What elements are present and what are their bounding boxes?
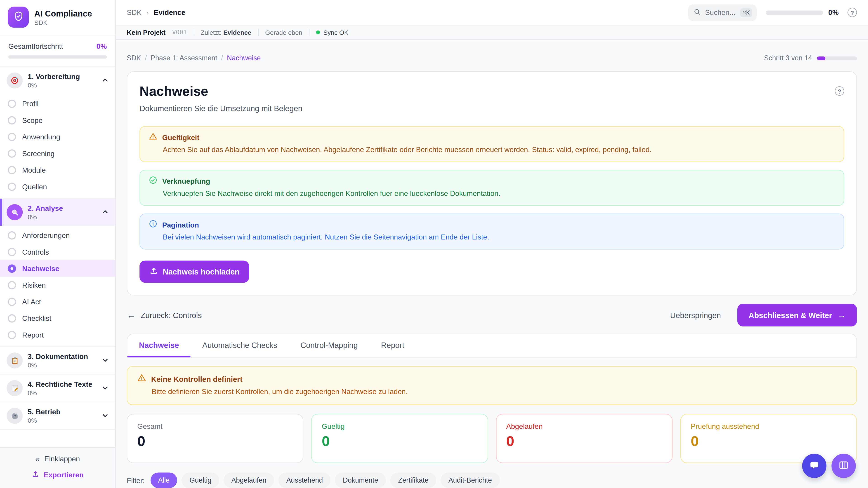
page-title: Nachweise — [140, 83, 844, 99]
search-input[interactable]: Suchen... ⌘K — [688, 4, 757, 21]
back-to-controls-link[interactable]: ← Zurueck: Controls — [127, 310, 202, 320]
phase-label: 2. Analyse — [28, 204, 97, 213]
phase-percent: 0% — [28, 417, 97, 424]
sidebar-item-ai-act[interactable]: AI Act — [0, 293, 115, 310]
infobox-gueltigkeit: Gueltigkeit Achten Sie auf das Ablaufdat… — [140, 126, 844, 162]
stats-row: Gesamt 0 Gueltig 0 Abgelaufen 0 Pruefung… — [127, 414, 857, 463]
stat-card-abgelaufen: Abgelaufen 0 — [496, 414, 673, 463]
topbar: SDK › Evidence Suchen... ⌘K 0% ? — [116, 0, 868, 26]
sidebar-item-anwendung[interactable]: Anwendung — [0, 128, 115, 145]
filter-chip-ausstehend[interactable]: Ausstehend — [278, 473, 331, 488]
breadcrumb-sdk[interactable]: SDK — [127, 54, 141, 62]
step-radio-icon — [8, 248, 16, 256]
phase-1-vorbereitung[interactable]: 1. Vorbereitung 0% — [0, 67, 115, 94]
sidebar-item-screening[interactable]: Screening — [0, 145, 115, 162]
filter-chip-dokumente[interactable]: Dokumente — [335, 473, 386, 488]
sidebar-item-checklist[interactable]: Checklist — [0, 310, 115, 326]
topbar-progress: 0% — [766, 8, 839, 17]
phase-label: 1. Vorbereitung — [28, 72, 97, 81]
filter-chip-audit-berichte[interactable]: Audit-Berichte — [441, 473, 500, 488]
upload-evidence-button[interactable]: Nachweis hochladen — [140, 260, 249, 283]
search-icon — [693, 7, 701, 18]
chevron-up-icon — [102, 207, 108, 217]
arrow-right-icon: → — [837, 311, 846, 320]
page-content: SDK / Phase 1: Assessment / Nachweise Sc… — [116, 40, 868, 488]
phase-percent: 0% — [28, 214, 97, 220]
arrow-left-icon: ← — [127, 310, 135, 320]
tab-nachweise[interactable]: Nachweise — [127, 334, 191, 357]
topbar-progress-bar — [766, 10, 823, 15]
breadcrumb-current: Nachweise — [227, 54, 261, 62]
app-subtitle: SDK — [34, 19, 92, 26]
sidebar-item-module[interactable]: Module — [0, 162, 115, 178]
tab-automatische-checks[interactable]: Automatische Checks — [191, 334, 289, 357]
filter-chip-gueltig[interactable]: Gueltig — [182, 473, 219, 488]
step-radio-icon — [8, 231, 16, 239]
step-radio-icon — [8, 99, 16, 108]
infobox-title: Verknuepfung — [162, 177, 210, 186]
filter-label: Filter: — [127, 476, 145, 484]
sidebar-item-controls[interactable]: Controls — [0, 243, 115, 260]
tab-report[interactable]: Report — [369, 334, 416, 357]
warning-body: Bitte definieren Sie zuerst Kontrollen, … — [152, 387, 846, 397]
phase-4-rechtliche-texte[interactable]: 4. Rechtliche Texte 0% — [0, 375, 115, 402]
last-saved-time: Gerade eben — [265, 29, 302, 36]
topbar-breadcrumb: SDK › Evidence — [127, 8, 185, 17]
sidebar-item-profil[interactable]: Profil — [0, 95, 115, 111]
chevron-down-icon — [102, 383, 108, 393]
phase-2-analyse[interactable]: 2. Analyse 0% — [0, 199, 115, 226]
columns-icon — [838, 459, 849, 472]
phase-label: 3. Dokumentation — [28, 352, 97, 361]
overall-progress: Gesamtfortschritt 0% — [0, 35, 115, 67]
tab-control-mapping[interactable]: Control-Mapping — [289, 334, 369, 357]
step-radio-icon — [8, 330, 16, 339]
complete-and-next-button[interactable]: Abschliessen & Weiter → — [738, 304, 857, 326]
shield-check-icon — [12, 10, 24, 24]
breadcrumb-root[interactable]: SDK — [127, 8, 142, 17]
filter-chip-zertifikate[interactable]: Zertifikate — [391, 473, 436, 488]
sidebar-item-risiken[interactable]: Risiken — [0, 276, 115, 293]
filter-chip-alle[interactable]: Alle — [150, 473, 178, 488]
chevron-up-icon — [102, 75, 108, 86]
last-step-label: Zuletzt: — [201, 29, 221, 36]
sidebar-header: AI Compliance SDK — [0, 0, 115, 35]
last-step-value: Evidence — [223, 29, 251, 36]
phase-percent: 0% — [28, 390, 97, 396]
breadcrumb-phase[interactable]: Phase 1: Assessment — [151, 54, 217, 62]
step-radio-icon — [8, 116, 16, 124]
overall-progress-label: Gesamtfortschritt — [8, 42, 63, 51]
search-placeholder: Suchen... — [705, 8, 736, 17]
step-label: Schritt 3 von 14 — [764, 54, 812, 62]
stat-value: 0 — [691, 433, 846, 449]
columns-fab-button[interactable] — [831, 454, 856, 478]
stat-label: Abgelaufen — [506, 422, 662, 431]
step-radio-icon — [8, 149, 16, 158]
chevron-down-icon — [102, 355, 108, 365]
collapse-sidebar-button[interactable]: « Einklappen — [8, 454, 107, 464]
skip-button[interactable]: Ueberspringen — [667, 310, 724, 320]
sidebar-item-scope[interactable]: Scope — [0, 112, 115, 128]
tab-bar: Nachweise Automatische Checks Control-Ma… — [127, 334, 857, 358]
filter-chip-abgelaufen[interactable]: Abgelaufen — [223, 473, 274, 488]
sidebar-item-nachweise[interactable]: Nachweise — [0, 260, 115, 276]
infobox-body: Bei vielen Nachweisen wird automatisch p… — [163, 232, 835, 242]
stat-label: Gesamt — [137, 422, 293, 431]
floating-buttons — [802, 454, 856, 478]
help-icon[interactable]: ? — [847, 8, 857, 17]
stat-label: Gueltig — [322, 422, 477, 431]
chat-fab-button[interactable] — [802, 454, 827, 478]
help-icon[interactable]: ? — [835, 86, 844, 96]
step-radio-icon — [8, 297, 16, 306]
step-radio-icon — [8, 166, 16, 174]
warning-triangle-icon — [149, 132, 157, 143]
step-radio-icon — [8, 281, 16, 289]
sidebar-footer: « Einklappen Exportieren — [0, 447, 115, 488]
sidebar-item-anforderungen[interactable]: Anforderungen — [0, 227, 115, 243]
sidebar-item-quellen[interactable]: Quellen — [0, 178, 115, 195]
check-circle-icon — [149, 176, 157, 187]
phase-5-betrieb[interactable]: 5. Betrieb 0% — [0, 402, 115, 429]
sync-status-dot — [316, 31, 320, 34]
sidebar-item-report[interactable]: Report — [0, 326, 115, 343]
export-button[interactable]: Exportieren — [8, 469, 107, 481]
phase-3-dokumentation[interactable]: 3. Dokumentation 0% — [0, 347, 115, 374]
